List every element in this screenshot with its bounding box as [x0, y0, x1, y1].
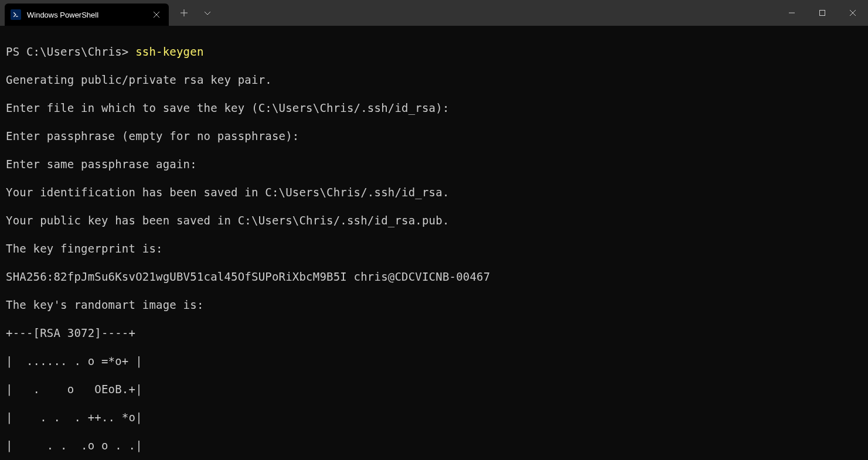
terminal-line: Your identification has been saved in C:… [6, 185, 862, 199]
titlebar-left: Windows PowerShell [0, 0, 219, 26]
titlebar: Windows PowerShell [0, 0, 868, 26]
terminal-line: PS C:\Users\Chris> ssh-keygen [6, 45, 862, 59]
tab-powershell[interactable]: Windows PowerShell [5, 4, 169, 26]
svg-rect-0 [820, 11, 825, 16]
terminal-line: SHA256:82fpJmSu6KsvO21wgUBV51cal45OfSUPo… [6, 270, 862, 284]
tab-title: Windows PowerShell [27, 11, 151, 19]
terminal-line: Your public key has been saved in C:\Use… [6, 213, 862, 227]
tab-close-button[interactable] [151, 9, 162, 20]
tab-actions [169, 0, 219, 26]
terminal-line: Enter file in which to save the key (C:\… [6, 101, 862, 115]
prompt: PS C:\Users\Chris> [6, 45, 135, 58]
window-controls [777, 0, 868, 26]
terminal-line: The key fingerprint is: [6, 241, 862, 255]
maximize-button[interactable] [807, 0, 838, 26]
terminal-area[interactable]: PS C:\Users\Chris> ssh-keygen Generating… [0, 26, 868, 460]
terminal-line: Enter same passphrase again: [6, 157, 862, 171]
powershell-icon [11, 9, 21, 20]
terminal-line: Generating public/private rsa key pair. [6, 73, 862, 87]
terminal-line: Enter passphrase (empty for no passphras… [6, 129, 862, 143]
new-tab-button[interactable] [172, 0, 196, 26]
terminal-line: The key's randomart image is: [6, 298, 862, 312]
terminal-line: | . o OEoB.+| [6, 382, 862, 396]
terminal-line: +---[RSA 3072]----+ [6, 326, 862, 340]
tab-dropdown-button[interactable] [196, 0, 219, 26]
close-button[interactable] [838, 0, 868, 26]
terminal-line: | . . .o o . .| [6, 438, 862, 452]
minimize-button[interactable] [777, 0, 807, 26]
terminal-line: | . . . ++.. *o| [6, 410, 862, 424]
terminal-line: | ...... . o =*o+ | [6, 354, 862, 368]
command: ssh-keygen [135, 45, 203, 58]
